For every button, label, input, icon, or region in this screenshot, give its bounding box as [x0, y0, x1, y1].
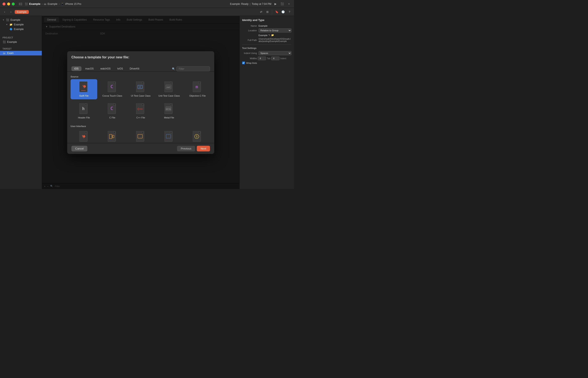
template-header-file[interactable]: h Header File: [71, 101, 97, 121]
location-select[interactable]: Relative to Group Absolute Path: [258, 28, 292, 33]
next-button[interactable]: Next: [197, 146, 210, 151]
sidebar-tree-root[interactable]: ▼ ⬛ Example: [0, 18, 42, 22]
svg-rect-0: [19, 3, 20, 5]
cpp-file-label: C++ File: [136, 116, 145, 119]
template-cocoa-touch-class[interactable]: C Cocoa Touch Class: [99, 79, 126, 99]
wrap-lines-checkbox[interactable]: [242, 62, 245, 64]
previous-button[interactable]: Previous: [177, 146, 195, 151]
file-edit-icon[interactable]: ✎: [268, 34, 270, 37]
filter-input[interactable]: [176, 66, 210, 71]
svg-text:1: 1: [196, 135, 198, 138]
modal-tab-tvos[interactable]: tvOS: [114, 66, 126, 71]
content-area: General Signing & Capabilities Resource …: [42, 16, 240, 189]
tab-width-label: Tab: [267, 57, 270, 60]
objective-c-icon: m: [191, 81, 203, 93]
run-button[interactable]: ▶: [273, 1, 278, 7]
panel-name-row: Name Example: [242, 25, 292, 27]
modal-tabs: iOS macOS watchOS tvOS DriverKit: [71, 66, 142, 71]
name-label: Name: [242, 25, 257, 27]
ui-test-icon: UI: [135, 81, 147, 93]
template-c-file[interactable]: C C File: [99, 101, 126, 121]
c-file-label: C File: [109, 116, 115, 119]
clock-icon[interactable]: 🕐: [281, 9, 286, 14]
expand-arrow: ▼: [2, 19, 5, 21]
maximize-button[interactable]: [12, 2, 15, 5]
modal-tab-ios[interactable]: iOS: [71, 66, 81, 71]
swiftui-view-icon: [78, 131, 90, 143]
svg-text:METAL: METAL: [166, 108, 171, 110]
metal-file-icon: METAL: [163, 103, 175, 115]
widths-row: Widths Tab Indent: [242, 56, 292, 60]
time-text: Today at 7:04 PM: [252, 2, 271, 5]
template-view[interactable]: View: [127, 129, 154, 143]
ui-grid: SwiftUI View: [71, 129, 211, 143]
template-unit-test-case[interactable]: UNIT Unit Test Case Class: [156, 79, 183, 99]
template-swift-file[interactable]: Swift File: [71, 79, 97, 99]
active-file-tab[interactable]: Example: [15, 10, 29, 14]
template-swiftui-view[interactable]: SwiftUI View: [71, 129, 97, 143]
toolbar: ‹ › Example ⇄ ⊞ 🔖 🕐 ?: [0, 8, 294, 16]
indent-width-input[interactable]: [271, 56, 280, 60]
tree-child-label: Example: [14, 23, 24, 26]
sidebar-tree-leaf[interactable]: 🔷 Example: [0, 27, 42, 31]
header-file-label: Header File: [78, 116, 90, 119]
right-panel: Identity and Type Name Example Location …: [240, 16, 294, 189]
ui-test-label: UI Test Case Class: [131, 94, 150, 97]
swift-file-icon: [78, 81, 90, 93]
filter-area: 🔍: [172, 66, 210, 71]
sidebar-project-item[interactable]: ⬛ Example: [0, 40, 42, 44]
modal-tabs-row: iOS macOS watchOS tvOS DriverKit 🔍: [67, 65, 214, 72]
tree-root-label: Example: [11, 18, 20, 21]
svg-rect-1: [20, 3, 22, 3]
sidebar-tree-child[interactable]: ▼ 📁 Example: [0, 22, 42, 27]
template-objective-c[interactable]: m Objective-C File: [184, 79, 211, 99]
cocoa-touch-icon: C: [107, 81, 118, 93]
empty-icon: [163, 131, 175, 143]
wrap-lines-row: Wrap lines: [242, 62, 292, 64]
modal-tab-macos[interactable]: macOS: [82, 66, 97, 71]
tree-leaf-label: Example: [14, 28, 24, 31]
svg-rect-5: [81, 90, 86, 91]
template-launch-screen[interactable]: 1 Launch Screen: [184, 129, 211, 143]
jump-bar-icon[interactable]: ⇄: [258, 9, 264, 14]
device-icon: 📱: [61, 2, 64, 5]
indent-using-label: Indent Using: [242, 52, 257, 54]
nav-right-icon[interactable]: ›: [8, 9, 13, 14]
help-icon[interactable]: ?: [287, 9, 292, 14]
status-text: Example: Ready: [230, 2, 248, 5]
add-tab-button[interactable]: +: [286, 1, 292, 7]
app-name: Example: [29, 2, 40, 5]
titlebar-center: ⬛ Example › 🗂 Example › 📱 iPhone 15 Pro …: [25, 2, 271, 5]
template-cpp-file[interactable]: C++ C++ File: [127, 101, 154, 121]
file-folder-icon[interactable]: 📁: [271, 34, 274, 37]
minimize-button[interactable]: [7, 2, 10, 5]
right-panel-title: Identity and Type: [242, 18, 292, 22]
modal-tab-driverkit[interactable]: DriverKit: [127, 66, 142, 71]
modal-tab-watchos[interactable]: watchOS: [97, 66, 114, 71]
close-button[interactable]: [2, 2, 5, 5]
full-path-label: Full Path: [242, 39, 257, 41]
storyboard-icon: [107, 131, 118, 143]
svg-rect-3: [20, 5, 22, 5]
template-empty[interactable]: Empty: [156, 129, 183, 143]
template-metal-file[interactable]: METAL Metal File: [156, 101, 183, 121]
filter-icon: 🔍: [172, 68, 175, 70]
target-label: Exam: [7, 52, 14, 54]
text-settings-title: Text Settings: [242, 47, 292, 49]
stop-button[interactable]: ⬛: [280, 1, 285, 7]
template-ui-test-case[interactable]: UI UI Test Case Class: [127, 79, 154, 99]
warning-icon[interactable]: 🔖: [274, 9, 279, 14]
tab-width-input[interactable]: [258, 56, 266, 60]
cancel-button[interactable]: Cancel: [71, 146, 87, 151]
template-scroll: Source: [67, 72, 214, 143]
indent-using-select[interactable]: Spaces Tabs: [258, 51, 292, 55]
footer-right: Previous Next: [177, 146, 210, 151]
nav-left-icon[interactable]: ‹: [2, 9, 7, 14]
sidebar-target-item[interactable]: 🗂 Exam: [0, 51, 42, 55]
svg-text:C++: C++: [137, 107, 143, 111]
template-storyboard[interactable]: Storyboard: [99, 129, 126, 143]
expand-arrow-child: ▼: [6, 24, 8, 26]
project-icon: ⬛: [2, 40, 6, 44]
inspector-icon[interactable]: ⊞: [265, 9, 270, 14]
sidebar-toggle-icon[interactable]: [18, 1, 23, 7]
